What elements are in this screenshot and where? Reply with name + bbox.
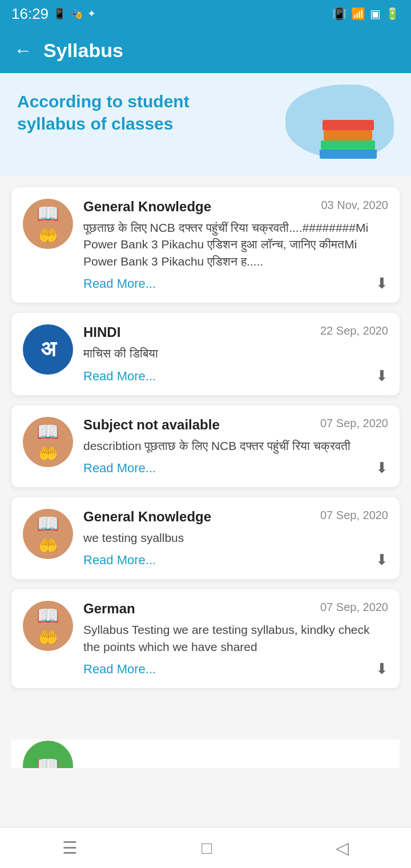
wifi-icon: 📶 (351, 7, 365, 21)
book-icon-partial: 📖 (37, 755, 59, 768)
header: ← Syllabus (0, 27, 411, 73)
hero-illustration: ✦ ✦ (268, 90, 394, 164)
download-button-2[interactable]: ⬇ (376, 367, 388, 385)
syllabus-list: 📖 🤲 General Knowledge 03 Nov, 2020 पूछता… (0, 176, 411, 779)
list-item-partial: 📖 (11, 740, 400, 768)
app-icon-1: 🎭 (70, 7, 83, 20)
read-more-4[interactable]: Read More... (83, 553, 388, 568)
read-more-2[interactable]: Read More... (83, 369, 388, 384)
hero-line2: syllabus of classes (17, 112, 190, 135)
book-icon: 📖 (37, 513, 59, 535)
card-description-1: पूछताछ के लिए NCB दफ्तर पहुंचीं रिया चक्… (83, 219, 388, 270)
book-red (323, 120, 374, 130)
subject-icon-gk-1: 📖 🤲 (23, 199, 73, 249)
download-button-1[interactable]: ⬇ (376, 275, 388, 292)
back-nav-icon[interactable]: ◁ (336, 838, 349, 858)
menu-icon[interactable]: ☰ (62, 838, 78, 858)
download-button-3[interactable]: ⬇ (376, 459, 388, 477)
card-body-5: German 07 Sep, 2020 Syllabus Testing we … (83, 601, 388, 677)
hindi-icon: अ (41, 337, 56, 362)
subject-icon-na: 📖 🤲 (23, 417, 73, 467)
card-description-3: describtion पूछताछ के लिए NCB दफ्तर पहुं… (83, 437, 388, 454)
vibrate-icon: 📳 (332, 7, 346, 21)
home-icon[interactable]: □ (202, 838, 212, 858)
list-item: अ HINDI 22 Sep, 2020 माचिस की डिबिया Rea… (11, 313, 400, 395)
card-body-2: HINDI 22 Sep, 2020 माचिस की डिबिया Read … (83, 324, 388, 383)
card-body-3: Subject not available 07 Sep, 2020 descr… (83, 417, 388, 476)
card-description-2: माचिस की डिबिया (83, 345, 388, 361)
card-title-2: HINDI (83, 324, 120, 340)
download-button-5[interactable]: ⬇ (376, 660, 388, 678)
hand-icon: 🤲 (38, 444, 58, 463)
card-date-2: 22 Sep, 2020 (320, 324, 388, 337)
card-description-4: we testing syallbus (83, 529, 388, 546)
card-description-5: Syllabus Testing we are testing syllabus… (83, 621, 388, 655)
hand-icon: 🤲 (38, 628, 58, 647)
bluetooth-icon: ✦ (87, 7, 96, 20)
hero-line1: According to student (17, 90, 190, 112)
battery-icon: 🔋 (385, 7, 400, 21)
subject-icon-hindi: अ (23, 324, 73, 375)
read-more-3[interactable]: Read More... (83, 461, 388, 476)
book-green (321, 140, 375, 150)
card-body-4: General Knowledge 07 Sep, 2020 we testin… (83, 509, 388, 568)
card-body-1: General Knowledge 03 Nov, 2020 पूछताछ के… (83, 199, 388, 291)
subject-icon-partial: 📖 (23, 741, 73, 768)
read-more-5[interactable]: Read More... (83, 662, 388, 677)
hero-text: According to student syllabus of classes (17, 90, 190, 135)
card-title-1: General Knowledge (83, 199, 211, 215)
list-item: 📖 🤲 General Knowledge 07 Sep, 2020 we te… (11, 497, 400, 579)
screen-icon: ▣ (370, 7, 381, 21)
card-title-4: General Knowledge (83, 509, 211, 525)
notification-icon: 📱 (53, 7, 66, 20)
star-icon-1: ✦ (365, 96, 374, 108)
hero-section: According to student syllabus of classes… (0, 73, 411, 176)
download-button-4[interactable]: ⬇ (376, 551, 388, 569)
read-more-1[interactable]: Read More... (83, 276, 388, 291)
card-date-3: 07 Sep, 2020 (320, 417, 388, 430)
books-stack: ✦ ✦ (314, 93, 382, 159)
list-item: 📖 🤲 Subject not available 07 Sep, 2020 d… (11, 405, 400, 487)
card-date-1: 03 Nov, 2020 (321, 199, 389, 212)
book-icon: 📖 (37, 203, 59, 224)
card-date-5: 07 Sep, 2020 (320, 601, 388, 614)
hand-icon: 🤲 (38, 536, 58, 555)
list-item: 📖 🤲 General Knowledge 03 Nov, 2020 पूछता… (11, 187, 400, 303)
card-title-3: Subject not available (83, 417, 220, 433)
book-blue (320, 150, 377, 159)
star-icon-2: ✦ (320, 107, 327, 116)
card-title-5: German (83, 601, 135, 617)
back-button[interactable]: ← (14, 40, 32, 61)
hand-icon: 🤲 (38, 226, 58, 245)
subject-icon-german: 📖 🤲 (23, 601, 73, 651)
book-icon: 📖 (37, 421, 59, 443)
card-date-4: 07 Sep, 2020 (320, 509, 388, 522)
bottom-navigation: ☰ □ ◁ (0, 827, 411, 868)
book-orange (324, 130, 372, 140)
list-item: 📖 🤲 German 07 Sep, 2020 Syllabus Testing… (11, 589, 400, 688)
page-title: Syllabus (43, 39, 123, 62)
subject-icon-gk-2: 📖 🤲 (23, 509, 73, 559)
status-time: 16:29 (11, 5, 49, 23)
status-bar: 16:29 📱 🎭 ✦ 📳 📶 ▣ 🔋 (0, 0, 411, 27)
book-icon: 📖 (37, 605, 59, 626)
